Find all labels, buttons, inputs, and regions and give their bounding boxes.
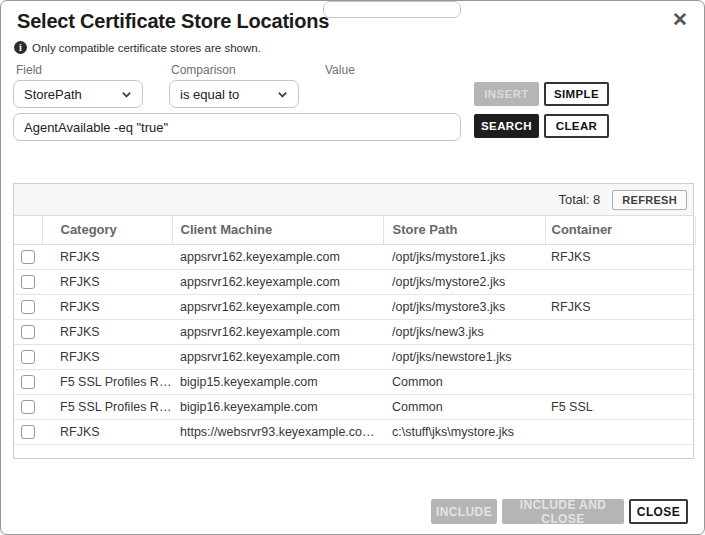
info-text: Only compatible certificate stores are s…: [32, 42, 261, 54]
field-select-value: StorePath: [24, 87, 82, 102]
cell-category: RFJKS: [42, 319, 172, 344]
cell-client-machine: appsrvr162.keyexample.com: [172, 319, 383, 344]
table-row: RFJKS https://websrvr93.keyexample.com:5…: [14, 419, 695, 444]
cell-store-path: /opt/jks/mystore2.jks: [383, 269, 545, 294]
table-row: F5 SSL Profiles RE… bigip16.keyexample.c…: [14, 394, 695, 419]
row-checkbox[interactable]: [21, 300, 35, 314]
row-checkbox[interactable]: [21, 425, 35, 439]
cell-container: [545, 419, 695, 444]
close-icon[interactable]: ✕: [672, 9, 688, 31]
column-header-client-machine: Client Machine: [172, 216, 383, 244]
cell-container: F5 SSL: [545, 394, 695, 419]
table-row: F5 SSL Profiles RE… bigip15.keyexample.c…: [14, 369, 695, 394]
search-button[interactable]: SEARCH: [474, 114, 539, 138]
cell-container: [545, 269, 695, 294]
cell-store-path: /opt/jks/new3.jks: [383, 319, 545, 344]
field-label: Field: [16, 63, 42, 77]
table-row: RFJKS appsrvr162.keyexample.com /opt/jks…: [14, 244, 695, 269]
cell-container: [545, 344, 695, 369]
cell-store-path: /opt/jks/mystore1.jks: [383, 244, 545, 269]
cell-store-path: Common: [383, 394, 545, 419]
include-and-close-button[interactable]: INCLUDE AND CLOSE: [502, 499, 624, 524]
cell-client-machine: appsrvr162.keyexample.com: [172, 344, 383, 369]
select-certificate-store-dialog: Select Certificate Store Locations ✕ i O…: [0, 0, 705, 535]
row-checkbox[interactable]: [21, 400, 35, 414]
cell-store-path: Common: [383, 369, 545, 394]
cell-client-machine: https://websrvr93.keyexample.com:5986: [172, 419, 383, 444]
select-column-header: [14, 216, 42, 244]
cell-client-machine: appsrvr162.keyexample.com: [172, 294, 383, 319]
cell-client-machine: appsrvr162.keyexample.com: [172, 244, 383, 269]
dialog-title: Select Certificate Store Locations: [17, 10, 329, 33]
cell-category: RFJKS: [42, 294, 172, 319]
column-header-container: Container: [545, 216, 695, 244]
table-row: RFJKS appsrvr162.keyexample.com /opt/jks…: [14, 319, 695, 344]
cell-client-machine: bigip16.keyexample.com: [172, 394, 383, 419]
value-input[interactable]: [323, 1, 461, 18]
info-banner: i Only compatible certificate stores are…: [14, 41, 261, 54]
cell-store-path: /opt/jks/newstore1.jks: [383, 344, 545, 369]
cell-category: F5 SSL Profiles RE…: [42, 394, 172, 419]
field-select[interactable]: StorePath: [13, 80, 143, 108]
certificate-store-table: Category Client Machine Store Path Conta…: [14, 216, 696, 445]
cell-client-machine: appsrvr162.keyexample.com: [172, 269, 383, 294]
cell-category: RFJKS: [42, 419, 172, 444]
table-row: RFJKS appsrvr162.keyexample.com /opt/jks…: [14, 269, 695, 294]
cell-container: RFJKS: [545, 244, 695, 269]
comparison-label: Comparison: [171, 63, 236, 77]
info-icon: i: [14, 41, 27, 54]
chevron-down-icon: [121, 89, 132, 100]
value-label: Value: [325, 63, 355, 77]
total-count: Total: 8: [558, 192, 600, 207]
cell-client-machine: bigip15.keyexample.com: [172, 369, 383, 394]
row-checkbox[interactable]: [21, 275, 35, 289]
cell-container: [545, 369, 695, 394]
cell-category: RFJKS: [42, 244, 172, 269]
row-checkbox[interactable]: [21, 250, 35, 264]
row-checkbox[interactable]: [21, 325, 35, 339]
clear-button[interactable]: CLEAR: [544, 114, 609, 138]
cell-category: RFJKS: [42, 344, 172, 369]
chevron-down-icon: [277, 89, 288, 100]
comparison-select-value: is equal to: [180, 87, 239, 102]
cell-category: RFJKS: [42, 269, 172, 294]
query-input[interactable]: [13, 113, 461, 141]
cell-container: RFJKS: [545, 294, 695, 319]
grid-toolbar: Total: 8 REFRESH: [14, 184, 693, 216]
table-header-row: Category Client Machine Store Path Conta…: [14, 216, 695, 244]
column-header-store-path: Store Path: [383, 216, 545, 244]
close-button[interactable]: CLOSE: [629, 499, 688, 524]
column-header-category: Category: [42, 216, 172, 244]
refresh-button[interactable]: REFRESH: [612, 190, 687, 210]
cell-category: F5 SSL Profiles RE…: [42, 369, 172, 394]
table-row: RFJKS appsrvr162.keyexample.com /opt/jks…: [14, 294, 695, 319]
simple-button[interactable]: SIMPLE: [544, 82, 609, 106]
results-grid: Total: 8 REFRESH Category Client Machine…: [13, 183, 694, 459]
include-button[interactable]: INCLUDE: [431, 499, 497, 524]
cell-container: [545, 319, 695, 344]
comparison-select[interactable]: is equal to: [169, 80, 299, 108]
insert-button[interactable]: INSERT: [474, 82, 539, 106]
cell-store-path: c:\stuff\jks\mystore.jks: [383, 419, 545, 444]
cell-store-path: /opt/jks/mystore3.jks: [383, 294, 545, 319]
row-checkbox[interactable]: [21, 375, 35, 389]
table-row: RFJKS appsrvr162.keyexample.com /opt/jks…: [14, 344, 695, 369]
row-checkbox[interactable]: [21, 350, 35, 364]
